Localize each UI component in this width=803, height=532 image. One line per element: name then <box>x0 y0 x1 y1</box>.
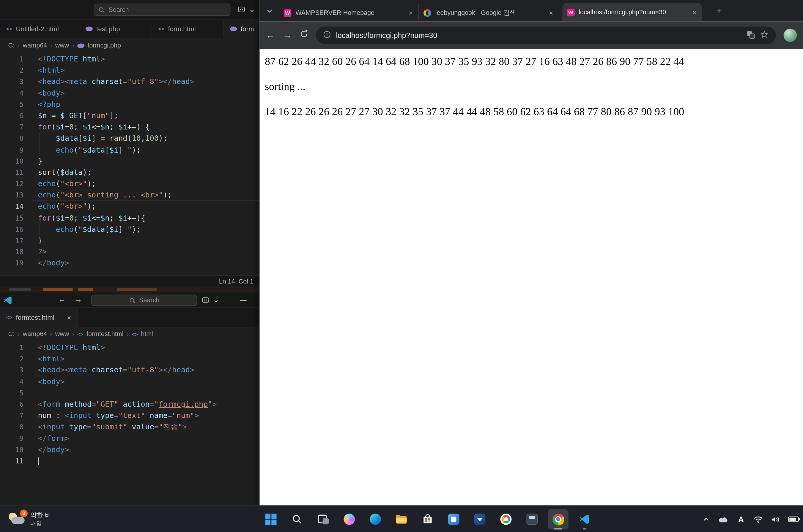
code-text[interactable]: num : <input type="text" name="num"> <box>23 410 259 421</box>
volume-icon[interactable] <box>771 515 780 523</box>
breadcrumb-file[interactable]: formtest.html <box>87 330 124 338</box>
copilot-button[interactable] <box>339 509 360 530</box>
tab-form-html[interactable]: <> form.html <box>152 19 224 38</box>
task-view-button[interactable] <box>313 509 333 530</box>
code-line-13[interactable]: 13echo("<br> sorting ... <br>"); <box>0 189 260 201</box>
code-text[interactable]: </body> <box>23 258 259 269</box>
minimize-button[interactable]: — <box>235 293 252 307</box>
code-text[interactable]: <body> <box>23 87 259 98</box>
vscode-logo-icon[interactable] <box>3 296 12 305</box>
new-tab-button[interactable]: + <box>712 5 726 18</box>
code-text[interactable]: echo("$data[$i] "); <box>23 224 259 235</box>
code-text[interactable]: <form method="GET" action="formcgi.php"> <box>23 398 259 410</box>
close-icon[interactable]: × <box>548 8 554 17</box>
code-line-5[interactable]: 5 <box>0 387 260 398</box>
code-text[interactable]: $n = $_GET["num"]; <box>23 110 259 121</box>
vscode-command-center[interactable]: Search <box>94 3 230 16</box>
code-text[interactable]: for($i=0; $i<=$n; $i++){ <box>23 212 259 223</box>
code-line-5[interactable]: 5<?php <box>0 98 260 110</box>
reload-icon[interactable] <box>299 30 308 41</box>
breadcrumb[interactable]: C: › wamp64 › www › <> formtest.html › <… <box>0 327 260 341</box>
chevron-down-icon[interactable] <box>214 297 219 306</box>
file-explorer-button[interactable] <box>391 509 412 530</box>
code-text[interactable]: for($i=0; $i<=$n; $i++) { <box>23 121 259 133</box>
tray-chevron-up-icon[interactable] <box>702 517 711 521</box>
address-bar[interactable]: localhost/formcgi.php?num=30 <box>316 27 775 44</box>
taskbar-search-button[interactable] <box>287 509 307 530</box>
code-line-3[interactable]: 3<head><meta charset="utf-8"></head> <box>0 76 260 87</box>
code-line-11[interactable]: 11sort($data); <box>0 167 260 178</box>
vscode-titlebar[interactable]: Search <box>0 0 260 19</box>
code-editor-formcgi[interactable]: 1<!DOCTYPE html>2<html>3<head><meta char… <box>0 52 260 269</box>
browser-tab-google-search[interactable]: leebyungqook - Google 검색 × <box>419 4 559 22</box>
code-text[interactable]: echo("<br>"); <box>23 178 259 189</box>
code-line-9[interactable]: 9</form> <box>0 433 260 444</box>
tab-search-chevron-icon[interactable] <box>266 7 273 16</box>
breadcrumb-item[interactable]: www <box>55 42 69 49</box>
code-line-4[interactable]: 4<body> <box>0 376 260 387</box>
code-text[interactable]: <input type="submit" value="전송"> <box>23 421 259 433</box>
copilot-icon[interactable] <box>238 6 245 16</box>
site-info-icon[interactable] <box>323 31 331 40</box>
ms-app-button-1[interactable] <box>443 509 464 530</box>
code-text[interactable]: </form> <box>23 433 259 444</box>
breadcrumb-item[interactable]: wamp64 <box>23 330 47 338</box>
bookmark-star-icon[interactable] <box>760 30 768 40</box>
code-text[interactable]: ?> <box>23 246 259 258</box>
code-text[interactable]: <body> <box>23 376 259 387</box>
close-icon[interactable]: × <box>407 8 414 17</box>
microsoft-store-button[interactable] <box>417 509 438 530</box>
vscode-command-center[interactable]: Search <box>91 295 197 306</box>
code-line-17[interactable]: 17} <box>0 235 260 246</box>
code-line-6[interactable]: 6<form method="GET" action="formcgi.php"… <box>0 398 260 410</box>
code-line-9[interactable]: 9 echo("$data[$i] "); <box>0 144 260 155</box>
code-text[interactable]: <!DOCTYPE html> <box>23 53 259 64</box>
code-line-8[interactable]: 8<input type="submit" value="전송"> <box>0 421 260 433</box>
breadcrumb-item[interactable]: www <box>55 330 69 338</box>
tab-test-php[interactable]: test.php <box>79 19 152 38</box>
code-line-12[interactable]: 12echo("<br>"); <box>0 178 260 189</box>
google-button[interactable] <box>496 509 516 530</box>
code-line-7[interactable]: 7for($i=0; $i<=$n; $i++) { <box>0 121 260 133</box>
code-text[interactable]: </body> <box>23 444 259 455</box>
start-button[interactable] <box>261 509 281 530</box>
back-arrow-icon[interactable]: ← <box>266 30 275 41</box>
code-text[interactable]: } <box>23 235 259 246</box>
onedrive-cloud-icon[interactable] <box>718 516 729 522</box>
cursor-position-status[interactable]: Ln 14, Col 1 <box>219 278 254 285</box>
weather-widget[interactable]: 3 약한 비 내일 <box>4 506 55 532</box>
code-line-11[interactable]: 11 <box>0 455 260 467</box>
code-line-18[interactable]: 18?> <box>0 246 260 258</box>
wifi-icon[interactable] <box>753 515 763 523</box>
code-text[interactable]: echo("$data[$i] "); <box>23 144 259 155</box>
copilot-icon[interactable] <box>202 296 209 306</box>
battery-icon[interactable] <box>788 516 800 522</box>
code-line-10[interactable]: 10} <box>0 155 260 167</box>
forward-arrow-icon[interactable]: → <box>73 295 84 303</box>
forward-arrow-icon[interactable]: → <box>282 30 292 41</box>
code-text[interactable] <box>23 387 259 398</box>
tab-formcgi-php[interactable]: form <box>224 19 260 38</box>
close-icon[interactable]: × <box>691 8 697 17</box>
code-line-2[interactable]: 2<html> <box>0 64 260 76</box>
vscode-titlebar[interactable]: ← → Search — <box>0 293 260 308</box>
tab-formtest-html[interactable]: <> formtest.html × <box>0 308 78 327</box>
code-text[interactable]: <head><meta charset="utf-8"></head> <box>23 364 259 376</box>
code-line-4[interactable]: 4<body> <box>0 87 260 98</box>
code-text[interactable]: echo("<br> sorting ... <br>"); <box>23 189 259 201</box>
breadcrumb-file[interactable]: formcgi.php <box>87 42 121 49</box>
browser-tab-formcgi[interactable]: W localhost/formcgi.php?num=30 × <box>562 3 702 21</box>
edge-button[interactable] <box>365 509 386 530</box>
breadcrumb-item[interactable]: C: <box>8 330 15 338</box>
vscode-button[interactable] <box>574 509 595 530</box>
profile-avatar[interactable] <box>784 28 797 42</box>
code-line-3[interactable]: 3<head><meta charset="utf-8"></head> <box>0 364 260 376</box>
tab-untitled-2-html[interactable]: <> Untitled-2.html <box>0 19 79 38</box>
code-line-7[interactable]: 7num : <input type="text" name="num"> <box>0 410 260 421</box>
code-text[interactable]: } <box>23 155 259 167</box>
code-line-6[interactable]: 6$n = $_GET["num"]; <box>0 110 260 121</box>
code-line-1[interactable]: 1<!DOCTYPE html> <box>0 342 260 353</box>
code-line-2[interactable]: 2<html> <box>0 353 260 364</box>
code-text[interactable]: <html> <box>23 353 259 364</box>
breadcrumb-symbol[interactable]: html <box>141 330 153 338</box>
